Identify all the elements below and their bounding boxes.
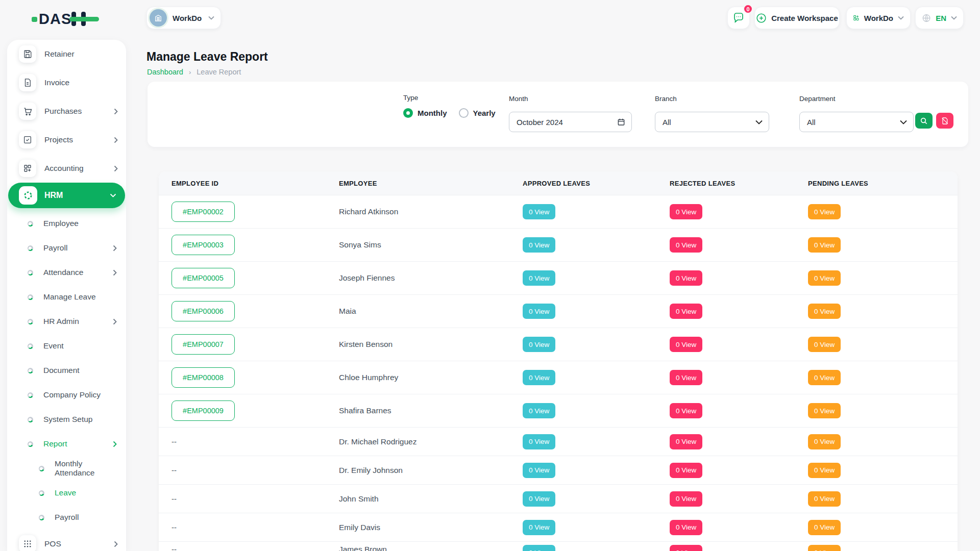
sidebar-item-projects[interactable]: Projects (7, 126, 126, 154)
approved-view-badge[interactable]: 0 View (523, 270, 555, 286)
rejected-view-badge[interactable]: 0 View (670, 237, 702, 253)
branch-select[interactable]: All (655, 112, 769, 132)
table-row: #EMP00008 Chloe Humphrey 0 View 0 View 0… (159, 361, 958, 394)
cell-pending-leaves: 0 View (808, 304, 958, 319)
cell-employee-name: Sonya Sims (339, 240, 523, 249)
table-row: #EMP00009 Shafira Barnes 0 View 0 View 0… (159, 394, 958, 427)
rejected-view-badge[interactable]: 0 View (670, 204, 702, 219)
pending-view-badge[interactable]: 0 View (808, 434, 841, 449)
rejected-view-badge[interactable]: 0 View (670, 491, 702, 507)
create-workspace-button[interactable]: Create Workspace (754, 7, 840, 29)
language-selector[interactable]: EN (915, 7, 964, 29)
sidebar-subitem-company-policy[interactable]: Company Policy (7, 383, 126, 407)
pending-view-badge[interactable]: 0 View (808, 337, 841, 352)
pending-view-badge[interactable]: 0 View (808, 463, 841, 478)
rejected-view-badge[interactable]: 0 View (670, 434, 702, 449)
pending-view-badge[interactable]: 0 View (808, 204, 841, 219)
sidebar-subitem-employee[interactable]: Employee (7, 211, 126, 236)
cart-icon (19, 103, 36, 120)
approved-view-badge[interactable]: 0 View (523, 463, 555, 478)
rejected-view-badge[interactable]: 0 View (670, 337, 702, 352)
sidebar-subitem-document[interactable]: Document (7, 358, 126, 383)
sidebar-item-invoice[interactable]: Invoice (7, 68, 126, 97)
rejected-view-badge[interactable]: 0 View (670, 370, 702, 385)
sidebar-subitem-payroll[interactable]: Payroll (7, 236, 126, 260)
sidebar-subitem-leave[interactable]: Leave (7, 481, 126, 505)
sidebar-item-pos[interactable]: POS (7, 530, 126, 551)
sidebar-item-retainer[interactable]: Retainer (7, 40, 126, 68)
approved-view-badge[interactable]: 0 View (523, 370, 555, 385)
app-logo[interactable]: DAS (32, 10, 99, 28)
employee-id-chip[interactable]: #EMP00008 (172, 367, 235, 388)
sidebar-subitem-manage-leave[interactable]: Manage Leave (7, 285, 126, 309)
workspace-selector[interactable]: WorkDo (146, 7, 221, 29)
pending-view-badge[interactable]: 0 View (808, 403, 841, 418)
rejected-view-badge[interactable]: 0 View (670, 545, 702, 551)
approved-view-badge[interactable]: 0 View (523, 237, 555, 253)
sidebar-subitem-event[interactable]: Event (7, 334, 126, 358)
chevron-down-icon (110, 193, 116, 197)
chevron-right-icon (114, 165, 118, 172)
employee-id-empty: -- (172, 523, 177, 532)
reset-filter-button[interactable] (936, 113, 953, 129)
approved-view-badge[interactable]: 0 View (523, 204, 555, 219)
sidebar-subitem-attendance[interactable]: Attendance (7, 260, 126, 285)
employee-id-chip[interactable]: #EMP00007 (172, 334, 235, 355)
cell-pending-leaves: 0 View (808, 337, 958, 352)
calendar-icon (617, 118, 625, 126)
workdo-menu-button[interactable]: WorkDo (846, 7, 911, 29)
employee-id-chip[interactable]: #EMP00006 (172, 301, 235, 321)
approved-view-badge[interactable]: 0 View (523, 304, 555, 319)
rejected-view-badge[interactable]: 0 View (670, 403, 702, 418)
rejected-view-badge[interactable]: 0 View (670, 304, 702, 319)
approved-view-badge[interactable]: 0 View (523, 403, 555, 418)
sidebar-subitem-hr-admin[interactable]: HR Admin (7, 309, 126, 334)
sidebar-item-hrm[interactable]: HRM (8, 183, 125, 208)
sidebar-subitem-label: Payroll (55, 513, 117, 522)
pending-view-badge[interactable]: 0 View (808, 545, 841, 551)
approved-view-badge[interactable]: 0 View (523, 337, 555, 352)
employee-id-chip[interactable]: #EMP00005 (172, 268, 235, 288)
table-header-row: EMPLOYEE ID EMPLOYEE APPROVED LEAVES REJ… (159, 171, 958, 195)
breadcrumb: Dashboard › Leave Report (147, 68, 241, 76)
sidebar-item-accounting[interactable]: Accounting (7, 154, 126, 183)
sidebar-subitem-monthly-attendance[interactable]: Monthly Attendance (7, 456, 126, 481)
pending-view-badge[interactable]: 0 View (808, 304, 841, 319)
sidebar-subitem-system-setup[interactable]: System Setup (7, 407, 126, 432)
table-row: -- Dr. Michael Rodriguez 0 View 0 View 0… (159, 427, 958, 456)
radio-monthly[interactable]: Monthly (403, 108, 447, 118)
pending-view-badge[interactable]: 0 View (808, 237, 841, 253)
approved-view-badge[interactable]: 0 View (523, 545, 555, 551)
cell-approved-leaves: 0 View (523, 434, 670, 449)
messages-button[interactable]: 0 (727, 7, 750, 29)
breadcrumb-dashboard-link[interactable]: Dashboard (147, 68, 183, 76)
breadcrumb-separator: › (189, 68, 191, 76)
approved-view-badge[interactable]: 0 View (523, 434, 555, 449)
employee-id-chip[interactable]: #EMP00003 (172, 235, 235, 255)
pending-view-badge[interactable]: 0 View (808, 491, 841, 507)
sidebar-item-purchases[interactable]: Purchases (7, 97, 126, 126)
messages-count-badge: 0 (743, 4, 753, 14)
employee-id-chip[interactable]: #EMP00002 (172, 202, 235, 222)
department-label: Department (799, 95, 836, 103)
employee-id-chip[interactable]: #EMP00009 (172, 400, 235, 421)
pending-view-badge[interactable]: 0 View (808, 270, 841, 286)
approved-view-badge[interactable]: 0 View (523, 491, 555, 507)
rejected-view-badge[interactable]: 0 View (670, 520, 702, 535)
department-select[interactable]: All (799, 112, 914, 132)
radio-yearly[interactable]: Yearly (459, 108, 496, 118)
sidebar-subitem-report[interactable]: Report (7, 432, 126, 456)
search-button[interactable] (915, 113, 933, 129)
leave-report-table: EMPLOYEE ID EMPLOYEE APPROVED LEAVES REJ… (159, 171, 958, 551)
rejected-view-badge[interactable]: 0 View (670, 270, 702, 286)
approved-view-badge[interactable]: 0 View (523, 520, 555, 535)
rejected-view-badge[interactable]: 0 View (670, 463, 702, 478)
month-input[interactable]: October 2024 (509, 112, 632, 132)
sidebar-subitem-payroll[interactable]: Payroll (7, 505, 126, 530)
cell-approved-leaves: 0 View (523, 237, 670, 253)
employee-id-empty: -- (172, 437, 177, 446)
sidebar-item-label: Purchases (44, 107, 114, 116)
pending-view-badge[interactable]: 0 View (808, 370, 841, 385)
sidebar-item-label: Accounting (44, 164, 114, 173)
pending-view-badge[interactable]: 0 View (808, 520, 841, 535)
